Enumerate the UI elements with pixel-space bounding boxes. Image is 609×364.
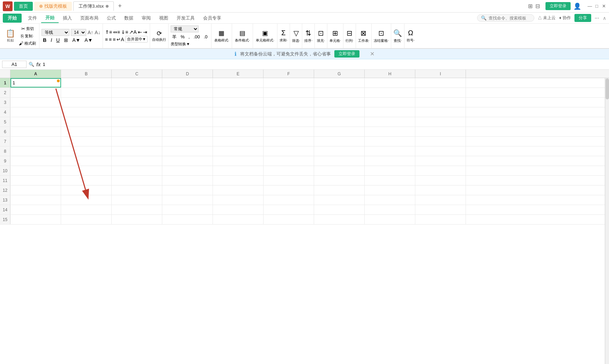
collab-btn[interactable]: ♦ 协作 — [559, 15, 571, 21]
cell-G13[interactable] — [314, 195, 365, 205]
cell-E11[interactable] — [213, 176, 263, 185]
italic-button[interactable]: I — [49, 37, 53, 43]
ribbon-tab-layout[interactable]: 页面布局 — [76, 14, 103, 23]
cell-F9[interactable] — [263, 156, 314, 166]
formula-input[interactable] — [43, 62, 607, 67]
cell-G5[interactable] — [314, 117, 365, 127]
cell-C12[interactable] — [112, 185, 162, 195]
cell-B8[interactable] — [61, 146, 112, 156]
cell-D15[interactable] — [162, 215, 213, 224]
cell-E15[interactable] — [213, 215, 263, 224]
cell-style-button[interactable]: 单元格样式· — [256, 38, 274, 43]
cell-B7[interactable] — [61, 137, 112, 146]
cell-C5[interactable] — [112, 117, 162, 127]
cell-E9[interactable] — [213, 156, 263, 166]
cell-H13[interactable] — [365, 195, 415, 205]
cell-F12[interactable] — [263, 185, 314, 195]
cell-E6[interactable] — [213, 127, 263, 136]
cell-D4[interactable] — [162, 107, 213, 117]
fill-color-button[interactable]: A▼ — [71, 37, 82, 43]
cell-A8[interactable] — [10, 146, 61, 156]
cell-B3[interactable] — [61, 98, 112, 107]
font-color-button[interactable]: A▼ — [83, 37, 94, 43]
cell-H6[interactable] — [365, 127, 415, 136]
cell-D3[interactable] — [162, 98, 213, 107]
search-bar[interactable]: 🔍 — [477, 14, 534, 22]
cond-format-button[interactable]: 条件格式· — [235, 38, 250, 43]
layout-icon[interactable]: ⊞ — [528, 3, 533, 9]
comma-button[interactable]: % — [179, 34, 186, 40]
cell-F10[interactable] — [263, 166, 314, 175]
cell-B14[interactable] — [61, 205, 112, 214]
cell-H11[interactable] — [365, 176, 415, 185]
ribbon-tab-start[interactable]: 开始 — [3, 14, 22, 23]
tab-home[interactable]: 首页 — [14, 2, 33, 11]
cell-A13[interactable] — [10, 195, 61, 205]
cut-button[interactable]: ✂ 剪切 — [20, 25, 35, 32]
cell-A12[interactable] — [10, 185, 61, 195]
row-num-9[interactable]: 9 — [0, 156, 10, 166]
cell-C4[interactable] — [112, 107, 162, 117]
col-header-B[interactable]: B — [61, 70, 112, 78]
fill-button[interactable]: 填充· — [317, 38, 325, 43]
cell-C9[interactable] — [112, 156, 162, 166]
row-num-6[interactable]: 6 — [0, 127, 10, 136]
cell-A7[interactable] — [10, 137, 61, 146]
cell-E10[interactable] — [213, 166, 263, 175]
col-header-D[interactable]: D — [162, 70, 213, 78]
cloud-btn[interactable]: △ 未上云 — [538, 15, 556, 21]
row-num-10[interactable]: 10 — [0, 166, 10, 175]
cell-B1[interactable] — [61, 78, 112, 88]
ribbon-tab-member[interactable]: 会员专享 — [199, 14, 225, 23]
align-left-button[interactable]: ≡ — [105, 37, 108, 42]
row-num-5[interactable]: 5 — [0, 117, 10, 127]
cell-F2[interactable] — [263, 88, 314, 97]
cell-B13[interactable] — [61, 195, 112, 205]
symbol-button[interactable]: 符号· — [407, 38, 415, 43]
col-header-H[interactable]: H — [365, 70, 415, 78]
cell-H5[interactable] — [365, 117, 415, 127]
auto-fill-button[interactable]: ⟳ 自动执行 — [152, 30, 166, 42]
col-header-A[interactable]: A — [10, 70, 61, 78]
ribbon-tab-view[interactable]: 视图 — [155, 14, 172, 23]
cell-I5[interactable] — [415, 117, 466, 127]
cell-F5[interactable] — [263, 117, 314, 127]
cell-B10[interactable] — [61, 166, 112, 175]
cell-C2[interactable] — [112, 88, 162, 97]
cell-D13[interactable] — [162, 195, 213, 205]
cell-I8[interactable] — [415, 146, 466, 156]
tab-template[interactable]: ⊕ 找版壳模板 — [34, 2, 72, 11]
cell-I15[interactable] — [415, 215, 466, 224]
filter-button[interactable]: 筛选· — [292, 38, 300, 43]
grid-icon[interactable]: ⊟ — [535, 3, 540, 9]
cell-I7[interactable] — [415, 137, 466, 146]
cell-H12[interactable] — [365, 185, 415, 195]
cell-D11[interactable] — [162, 176, 213, 185]
cell-G3[interactable] — [314, 98, 365, 107]
cell-H14[interactable] — [365, 205, 415, 214]
ribbon-more-btn[interactable]: ··· — [595, 15, 599, 21]
col-header-F[interactable]: F — [263, 70, 314, 78]
cell-G7[interactable] — [314, 137, 365, 146]
col-header-G[interactable]: G — [314, 70, 365, 78]
cell-G15[interactable] — [314, 215, 365, 224]
cell-D6[interactable] — [162, 127, 213, 136]
cell-F11[interactable] — [263, 176, 314, 185]
cell-I12[interactable] — [415, 185, 466, 195]
notif-login-button[interactable]: 立即登录 — [334, 50, 359, 58]
border-button[interactable]: ⊞ — [62, 37, 69, 43]
row-num-15[interactable]: 15 — [0, 215, 10, 224]
align-middle-button[interactable]: ⇔≡ — [113, 29, 120, 35]
row-col-corner[interactable] — [0, 70, 10, 78]
cell-C7[interactable] — [112, 137, 162, 146]
row-num-8[interactable]: 8 — [0, 146, 10, 156]
cell-G8[interactable] — [314, 146, 365, 156]
ribbon-tab-home[interactable]: 开始 — [41, 13, 59, 23]
cell-E5[interactable] — [213, 117, 263, 127]
row-num-11[interactable]: 11 — [0, 176, 10, 185]
close-button[interactable]: ✕ — [601, 4, 606, 9]
cell-C11[interactable] — [112, 176, 162, 185]
cell-G10[interactable] — [314, 166, 365, 175]
cell-E3[interactable] — [213, 98, 263, 107]
cell-B12[interactable] — [61, 185, 112, 195]
